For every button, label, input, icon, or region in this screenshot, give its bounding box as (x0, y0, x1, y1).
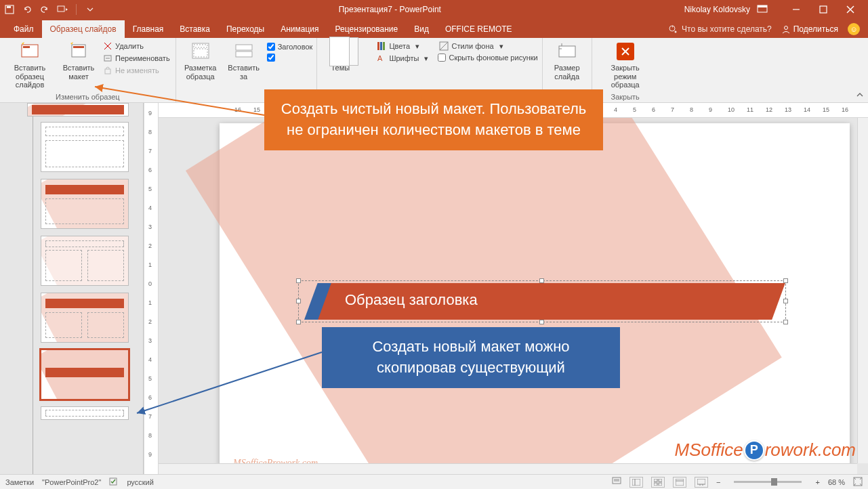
svg-rect-1 (7, 6, 11, 8)
statusbar: Заметки "PowerPointPro2" русский − + 68 … (0, 474, 868, 489)
tab-review[interactable]: Рецензирование (327, 20, 407, 38)
svg-rect-4 (758, 5, 767, 7)
svg-rect-48 (676, 479, 684, 486)
status-notes[interactable]: Заметки (5, 478, 34, 486)
maximize-button[interactable] (810, 0, 837, 19)
svg-rect-16 (73, 46, 84, 48)
image-watermark: MSofficeProwork.com (674, 440, 856, 461)
ribbon-group-edit-master: Вставить образец слайдов Вставить макет … (0, 38, 176, 102)
svg-text:A: A (377, 54, 383, 62)
tab-home[interactable]: Главная (125, 20, 172, 38)
close-button[interactable] (837, 0, 864, 19)
preserve-button: Не изменять (102, 65, 171, 76)
vertical-scrollbar[interactable] (857, 118, 868, 463)
minimize-button[interactable] (783, 0, 810, 19)
master-thumbnail[interactable] (27, 103, 129, 116)
annotation-callout-2: Создать новый макет можно скопировав сущ… (322, 327, 620, 388)
collapse-ribbon-icon[interactable] (856, 91, 864, 101)
svg-rect-10 (672, 26, 673, 28)
feedback-smiley-icon[interactable]: ☺ (848, 23, 860, 35)
themes-button[interactable]: Темы (321, 39, 359, 74)
tab-insert[interactable]: Вставка (171, 20, 218, 38)
rename-button[interactable]: Переименовать (102, 53, 171, 64)
vertical-ruler: /* numbers placed below via JS */ 987654… (144, 103, 159, 474)
start-from-beginning-icon[interactable] (57, 4, 68, 15)
background-styles-dropdown[interactable]: Стили фона▾ (438, 41, 537, 51)
svg-rect-50 (697, 479, 705, 484)
zoom-level[interactable]: 68 % (828, 478, 845, 486)
title-checkbox[interactable]: Заголовок (267, 42, 313, 51)
ribbon-tabs: Файл Образец слайдов Главная Вставка Пер… (0, 19, 868, 38)
undo-icon[interactable] (22, 4, 33, 15)
horizontal-scrollbar[interactable] (159, 463, 857, 474)
layout-thumbnail-4[interactable] (41, 293, 129, 343)
svg-rect-25 (236, 45, 252, 50)
window-title: Презентация7 - PowerPoint (96, 5, 684, 14)
tell-me-search[interactable]: Что вы хотите сделать? (668, 24, 772, 34)
delete-button[interactable]: Удалить (102, 41, 171, 51)
status-language[interactable]: русский (127, 478, 153, 486)
svg-rect-44 (654, 479, 657, 482)
svg-rect-47 (659, 483, 662, 486)
svg-rect-42 (632, 479, 640, 486)
svg-rect-29 (383, 42, 385, 50)
colors-dropdown[interactable]: Цвета▾ (375, 41, 430, 51)
canvas[interactable]: Образец заголовка P Нижний колонтитул MS… (159, 118, 857, 463)
workspace: /* numbers placed below via JS */ 987654… (0, 103, 868, 474)
insert-placeholder-button[interactable]: Вставить за (224, 39, 264, 82)
ribbon-display-icon[interactable] (757, 5, 768, 15)
svg-rect-28 (380, 42, 382, 50)
svg-rect-14 (23, 46, 30, 48)
fit-to-window-button[interactable] (853, 477, 863, 488)
quick-access-toolbar (4, 4, 96, 15)
layout-thumbnail-2[interactable] (41, 179, 129, 229)
normal-view-button[interactable] (629, 477, 643, 488)
tab-animations[interactable]: Анимация (272, 20, 327, 38)
user-name[interactable]: Nikolay Koldovsky (684, 5, 750, 14)
share-button[interactable]: Поделиться (781, 24, 838, 34)
svg-rect-2 (58, 6, 64, 12)
tab-file[interactable]: Файл (5, 20, 42, 38)
svg-rect-33 (559, 46, 575, 57)
svg-rect-6 (820, 6, 827, 13)
slide[interactable]: Образец заголовка P Нижний колонтитул MS… (220, 123, 850, 463)
reading-view-button[interactable] (673, 477, 686, 488)
svg-rect-22 (192, 43, 209, 58)
slide-watermark: MSofficeProwork.com (233, 458, 318, 463)
svg-point-11 (675, 31, 677, 33)
qat-customize-icon[interactable] (85, 4, 96, 15)
zoom-out-button[interactable]: − (716, 478, 720, 486)
tab-transitions[interactable]: Переходы (218, 20, 272, 38)
titlebar: Презентация7 - PowerPoint Nikolay Koldov… (0, 0, 868, 19)
title-placeholder[interactable]: Образец заголовка (304, 283, 779, 320)
slide-size-button[interactable]: Размер слайда (547, 39, 587, 82)
layout-thumbnail-3[interactable] (41, 236, 129, 286)
redo-icon[interactable] (39, 4, 50, 15)
slideshow-view-button[interactable] (695, 477, 708, 488)
svg-rect-45 (659, 479, 662, 482)
insert-layout-button[interactable]: Вставить макет (58, 39, 99, 82)
close-master-view-button[interactable]: Закрыть режим образца (596, 39, 655, 91)
insert-slide-master-button[interactable]: Вставить образец слайдов (4, 39, 56, 91)
tab-slide-master[interactable]: Образец слайдов (42, 20, 125, 38)
spellcheck-icon[interactable] (109, 477, 119, 488)
tab-view[interactable]: Вид (406, 20, 437, 38)
layout-thumbnail-1[interactable] (41, 122, 129, 172)
layout-thumbnail-5-selected[interactable] (41, 349, 129, 400)
svg-rect-27 (377, 42, 379, 50)
status-theme: "PowerPointPro2" (42, 478, 101, 486)
notes-button-icon[interactable] (612, 477, 621, 488)
svg-point-12 (784, 26, 787, 30)
sorter-view-button[interactable] (651, 477, 665, 488)
layout-thumbnail-6[interactable] (41, 406, 129, 420)
fonts-dropdown[interactable]: AШрифты▾ (375, 53, 430, 64)
master-layout-button[interactable]: Разметка образца (180, 39, 221, 82)
zoom-in-button[interactable]: + (815, 478, 819, 486)
footers-checkbox[interactable] (267, 53, 313, 62)
hide-bg-checkbox[interactable]: Скрыть фоновые рисунки (438, 53, 537, 62)
svg-point-9 (669, 26, 675, 31)
zoom-slider[interactable] (734, 481, 802, 483)
slide-editor: 0112233445566778899101011111212131314141… (159, 103, 868, 474)
tab-office-remote[interactable]: OFFICE REMOTE (437, 20, 520, 38)
save-icon[interactable] (4, 4, 15, 15)
